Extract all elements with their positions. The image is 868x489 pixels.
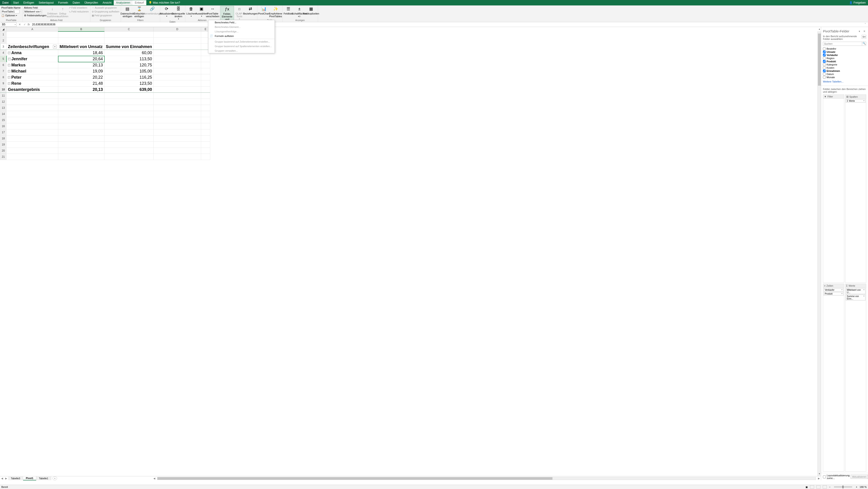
ungroup-icon: ⊘ [92,10,94,13]
filter-connections-button: 🔗Filterverbindungen [146,6,159,16]
select-button[interactable]: ▣Auswählen▾ [196,6,207,18]
group-field-button: ▦Feld gruppieren [91,13,120,17]
pt-name-input[interactable] [1,10,20,13]
pt-name-label: PivotTable-Name: [1,6,22,9]
ungroup-button: ⊘Gruppierung aufheben [91,10,120,13]
active-field-label: Aktives Feld: [24,6,47,9]
relationships-button[interactable]: ⇄Beziehungen [245,6,256,16]
expand-field-button: ↗Feld erweitern [68,6,89,9]
ribbon-group-filtern: Filtern [122,19,159,22]
share-button[interactable]: 👤 Freigeben [847,1,868,4]
menu-tab-formeln[interactable]: Formeln [56,0,70,5]
insert-slicer-button[interactable]: ▤Datenschnitt einfügen [122,6,133,18]
menu-tab-ueberpruefen[interactable]: Überprüfen [82,0,100,5]
menu-tab-start[interactable]: Start [11,0,21,5]
recommended-icon: ✨ [273,6,278,12]
formula-input[interactable]: 20,6363636363636 [31,23,863,26]
formula-bar: B5▾ ✕ ✓ fx 20,6363636363636 ˅ [0,22,868,27]
ribbon-group-aktivesfeld: Aktives Feld [24,19,89,22]
options-icon: 📋 [1,14,4,17]
plusminus-icon: ± [297,6,302,12]
dropdown-calculated-item: Berechnetes Element... [208,25,275,27]
dropdown-calculated-field[interactable]: Berechnetes Feld... [208,20,275,25]
field-settings-icon: ⚙ [24,14,26,17]
reduce-field-button: ↘Feld reduzieren [68,10,89,13]
menu-tab-daten[interactable]: Daten [70,0,82,5]
menu-tab-analysieren[interactable]: Analysieren [114,0,132,5]
tell-me-placeholder: Was möchten Sie tun? [153,1,180,4]
menu-tab-datei[interactable]: Datei [0,0,11,5]
change-datasource-button[interactable]: 🗄Datenquelle ändern▾ [173,6,184,21]
clear-icon: 🗑 [188,6,194,12]
ribbon: PivotTable-Name: 📋 Optionen▾ PivotTable … [0,5,868,22]
menu-tab-seitenlayout[interactable]: Seitenlayout [36,0,56,5]
ribbon-group-pivottable: PivotTable [1,19,22,22]
cancel-formula-button[interactable]: ✕ [18,23,22,26]
menu-tab-entwurf[interactable]: Entwurf [132,0,146,5]
menu-bar: Datei Start Einfügen Seitenlayout Formel… [0,0,868,5]
filter-conn-icon: 🔗 [150,6,155,12]
formula-icon: ƒx [224,6,230,12]
fields-items-dropdown: Berechnetes Feld... Berechnetes Element.… [208,20,275,27]
active-field-input[interactable] [24,10,42,13]
move-icon: ↔ [210,6,215,12]
olap-icon: ⧈ [237,6,242,12]
group-field-icon: ▦ [92,14,94,17]
ribbon-group-anzeigen: Anzeigen [283,19,317,22]
formula-expand-button[interactable]: ˅ [864,23,867,26]
name-box-dropdown-icon[interactable]: ▾ [15,24,16,26]
drilldown-icon: ↓ [50,6,55,12]
name-box[interactable]: B5▾ [1,23,17,27]
recommended-pt-button[interactable]: ✨Empfohlene PivotTables [270,6,281,18]
pt-options-button[interactable]: 📋 Optionen▾ [1,13,22,17]
drillup-button: ↑ Drillup ausführen [58,6,68,18]
ribbon-group-gruppieren: Gruppieren [91,19,120,22]
field-headers-button[interactable]: ▦Feldkopfzeilen [306,6,317,16]
enter-formula-button[interactable]: ✓ [23,23,27,26]
chart-icon: 📊 [261,6,267,12]
olap-tools-button: ⧈OLAP-Tools▾ [235,6,244,21]
refresh-button[interactable]: ⟳Aktualisieren▾ [161,6,173,18]
drillup-icon: ↑ [60,6,65,12]
timeline-icon: ⌛ [136,6,142,12]
lightbulb-icon: 💡 [149,1,152,4]
slicer-icon: ▤ [125,6,130,12]
collapse-icon: ↘ [69,10,71,13]
refresh-icon: ⟳ [164,6,169,12]
fx-button[interactable]: fx [28,23,30,26]
tell-me-search[interactable]: 💡 Was möchten Sie tun? [146,1,182,4]
drilldown-button: ↓ Drilldown ausführen [47,6,57,18]
clear-button[interactable]: 🗑Löschen▾ [186,6,196,18]
share-label: Freigeben [854,1,866,4]
select-icon: ▣ [199,6,204,12]
field-settings-button[interactable]: ⚙ Feldeinstellungen [24,13,47,17]
expand-icon: ↗ [69,6,71,9]
headers-icon: ▦ [309,6,314,12]
menu-tab-ansicht[interactable]: Ansicht [100,0,114,5]
datasource-icon: 🗄 [176,6,181,12]
pivotchart-button[interactable]: 📊PivotChart [258,6,270,16]
share-icon: 👤 [849,1,852,4]
group-icon: → [92,6,94,9]
fieldlist-icon: ☰ [286,6,291,12]
menu-tab-einfuegen[interactable]: Einfügen [21,0,36,5]
group-selection-button: →Auswahl gruppieren [91,6,120,9]
relationships-icon: ⇄ [248,6,253,12]
move-pt-button[interactable]: ↔PivotTable verschieben [207,6,218,18]
